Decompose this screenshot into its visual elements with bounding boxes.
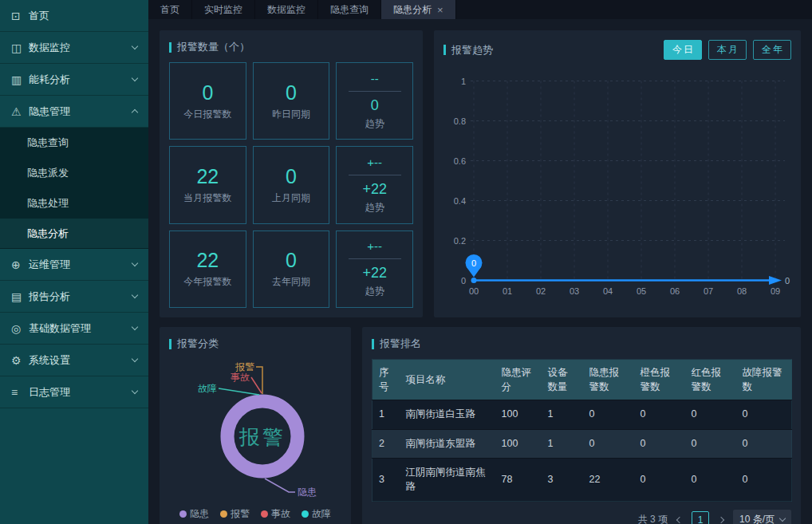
app-root: ⊡ 首页 ◫ 数据监控 ▥ 能耗分析 ⚠ 隐患管理 隐患查询 隐患派发 隐患处理…	[0, 0, 812, 524]
tab-data-monitor[interactable]: 数据监控	[255, 0, 318, 19]
panel-title: 报警排名	[372, 337, 791, 351]
stat-card-year-trend: +-- +22 趋势	[336, 230, 413, 308]
legend-dot-icon	[302, 510, 309, 518]
prev-page-icon[interactable]	[676, 517, 683, 523]
report-icon: ▤	[11, 290, 29, 303]
bar-chart-icon: ▥	[11, 73, 29, 86]
sidebar-item-label: 运维管理	[29, 258, 132, 272]
legend-item-fault[interactable]: 故障	[302, 507, 331, 521]
svg-text:报警: 报警	[235, 361, 254, 372]
sidebar-item-hazard-management[interactable]: ⚠ 隐患管理	[0, 96, 148, 128]
stat-card-day-trend: -- 0 趋势	[336, 62, 413, 140]
page-size-select[interactable]: 10 条/页	[733, 510, 791, 524]
tab-bar: 首页 实时监控 数据监控 隐患查询 隐患分析 ×	[148, 0, 812, 19]
chevron-down-icon	[132, 388, 138, 394]
log-icon: ≡	[11, 386, 29, 399]
sidebar-item-hazard-query[interactable]: 隐患查询	[0, 128, 148, 158]
svg-text:07: 07	[704, 286, 713, 296]
alarm-trend-panel: 报警趋势 今日 本月 全年	[434, 30, 801, 317]
table-header-row: 序号 项目名称 隐患评分 设备数量 隐患报警数 橙色报警数 红色报警数 故障报警…	[372, 360, 792, 400]
tab-realtime-monitor[interactable]: 实时监控	[192, 0, 255, 19]
sidebar-item-label: 报告分析	[29, 290, 132, 304]
panel-title: 报警趋势	[443, 43, 493, 57]
pagination-total: 共 3 项	[638, 513, 668, 524]
sidebar-item-data-monitor[interactable]: ◫ 数据监控	[0, 32, 148, 64]
ranking-table: 序号 项目名称 隐患评分 设备数量 隐患报警数 橙色报警数 红色报警数 故障报警…	[372, 359, 792, 502]
svg-text:1: 1	[461, 77, 466, 86]
range-year-button[interactable]: 全年	[753, 40, 791, 60]
page-number-button[interactable]: 1	[692, 511, 709, 524]
data-point-pin: 0	[466, 254, 483, 283]
database-icon: ◎	[11, 322, 29, 335]
svg-text:0.6: 0.6	[454, 156, 466, 166]
chevron-down-icon	[132, 356, 138, 362]
tab-hazard-analysis[interactable]: 隐患分析 ×	[381, 0, 456, 19]
svg-text:0: 0	[471, 258, 476, 268]
chevron-down-icon	[779, 515, 786, 522]
svg-text:报警: 报警	[238, 425, 286, 449]
sidebar-item-label: 首页	[29, 9, 137, 23]
legend-dot-icon	[261, 510, 268, 518]
svg-text:09: 09	[771, 286, 780, 296]
sidebar-item-hazard-analysis[interactable]: 隐患分析	[0, 219, 148, 249]
legend-item-accident[interactable]: 事故	[261, 507, 290, 521]
sidebar-item-label: 能耗分析	[29, 73, 132, 87]
sidebar-item-ops-management[interactable]: ⊕ 运维管理	[0, 249, 148, 281]
svg-text:隐患: 隐患	[298, 487, 317, 498]
svg-text:0: 0	[461, 276, 466, 286]
legend-item-alarm[interactable]: 报警	[220, 507, 250, 521]
svg-text:0.2: 0.2	[454, 236, 466, 246]
svg-text:00: 00	[469, 286, 479, 296]
title-accent-bar	[169, 339, 171, 349]
trend-line-chart: 0 0.2 0.4 0.6 0.8 1 00 01 02 03 04 05 06	[443, 65, 791, 308]
sidebar-item-home[interactable]: ⊡ 首页	[0, 0, 148, 32]
sidebar-item-hazard-handle[interactable]: 隐患处理	[0, 188, 148, 219]
sidebar-item-log-management[interactable]: ≡ 日志管理	[0, 376, 148, 408]
panel-title: 报警分类	[169, 337, 341, 351]
trend-range-buttons: 今日 本月 全年	[664, 40, 791, 60]
chevron-down-icon	[132, 292, 138, 298]
svg-text:事故: 事故	[231, 372, 250, 383]
hazard-submenu: 隐患查询 隐患派发 隐患处理 隐患分析	[0, 128, 148, 249]
warning-icon: ⚠	[11, 105, 29, 118]
table-row: 1 南闸街道白玉路 100 1 0 0 0 0	[372, 400, 792, 430]
title-accent-bar	[169, 42, 171, 53]
chevron-down-icon	[132, 324, 138, 330]
svg-text:06: 06	[670, 286, 680, 296]
close-icon[interactable]: ×	[437, 5, 443, 15]
sidebar-item-report-analysis[interactable]: ▤ 报告分析	[0, 281, 148, 313]
globe-icon: ⊕	[11, 258, 29, 271]
range-month-button[interactable]: 本月	[708, 40, 747, 60]
pagination: 共 3 项 1 10 条/页	[372, 510, 791, 524]
tab-hazard-query[interactable]: 隐患查询	[318, 0, 381, 19]
alarm-classification-panel: 报警分类 报警 报警 事故 故障 隐患	[160, 327, 351, 524]
svg-text:0.8: 0.8	[454, 116, 466, 126]
svg-text:故障: 故障	[198, 383, 217, 394]
alarm-count-panel: 报警数量（个） 0 今日报警数 0 昨日同期 --	[160, 30, 423, 317]
divider	[349, 175, 401, 175]
stat-card-year: 22 今年报警数	[169, 230, 246, 308]
gear-icon: ⚙	[11, 354, 29, 367]
sidebar-item-base-data[interactable]: ◎ 基础数据管理	[0, 313, 148, 345]
divider	[349, 258, 401, 259]
sidebar-item-system-settings[interactable]: ⚙ 系统设置	[0, 345, 148, 376]
chevron-down-icon	[132, 43, 138, 49]
range-today-button[interactable]: 今日	[664, 40, 702, 60]
next-page-icon[interactable]	[718, 517, 724, 523]
alarm-ranking-panel: 报警排名 序号 项目名称 隐患评分 设备数量	[362, 327, 801, 524]
svg-text:0: 0	[785, 276, 790, 286]
svg-text:02: 02	[536, 286, 546, 296]
stat-card-last-year: 0 去年同期	[253, 230, 330, 308]
svg-text:04: 04	[603, 286, 613, 296]
sidebar-item-hazard-dispatch[interactable]: 隐患派发	[0, 158, 148, 188]
classification-donut-chart: 报警 报警 事故 故障 隐患	[169, 354, 351, 506]
stat-card-yesterday: 0 昨日同期	[253, 62, 330, 140]
table-row: 2 南闸街道东盟路 100 1 0 0 0 0	[372, 429, 792, 459]
svg-text:03: 03	[570, 286, 579, 296]
stat-card-month-trend: +-- +22 趋势	[336, 146, 413, 223]
tab-home[interactable]: 首页	[148, 0, 192, 19]
donut-legend: 隐患 报警 事故 故障	[169, 507, 341, 521]
legend-item-hazard[interactable]: 隐患	[179, 507, 209, 521]
sidebar-item-energy-analysis[interactable]: ▥ 能耗分析	[0, 64, 148, 96]
panel-title: 报警数量（个）	[169, 40, 413, 54]
